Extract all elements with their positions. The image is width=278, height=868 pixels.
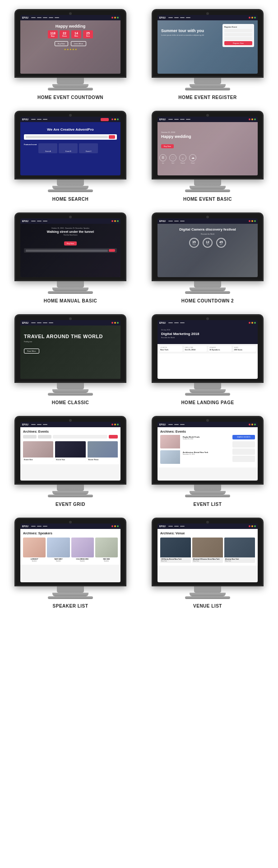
s9-filter-btn-1[interactable]: [23, 435, 37, 439]
demo-label-6: HOME COUNTDOWN 2: [181, 298, 234, 303]
s10-title: Archives: Events: [160, 430, 255, 433]
win-dot-red: [111, 322, 113, 324]
s1-btn1[interactable]: Buy Now: [55, 41, 68, 46]
monitor-6: EPUU: [152, 212, 264, 294]
s10-hero: Archives: Events Rugby World Finals Octo…: [158, 427, 258, 467]
monitor-body-8: EPUU: [152, 314, 264, 383]
s5-search-button[interactable]: [109, 249, 115, 252]
win-dot-red: [249, 322, 250, 324]
s10-sidebar: SEARCH EVENTS: [232, 435, 255, 466]
star-3: ★: [70, 48, 71, 51]
s1-stars: ★ ★ ★ ★ ★: [24, 48, 117, 51]
monitor-3: EPUU: [14, 111, 126, 192]
s3-featured-label: Featured event: [24, 143, 37, 153]
s4-icon-4: ☁ Cloud: [189, 154, 196, 164]
s9-card-title-3: Event Three: [88, 458, 117, 461]
nav-links-10: [168, 424, 185, 425]
s11-card-img-4: [95, 538, 118, 557]
s12-card-loc-3: New York: [225, 560, 254, 562]
demo-event-grid: EPUU: [7, 416, 134, 507]
logo-3: EPUU: [22, 118, 28, 121]
s4-icon-circle-4: ☁: [189, 154, 196, 161]
nav-link: [43, 221, 47, 222]
s9-card-2: Event Two: [55, 441, 85, 462]
screen-content-7: EPUU: [20, 320, 120, 379]
s5-description: Find the Next Event: [24, 234, 117, 236]
nav-links-3: [31, 119, 47, 120]
nav-bar-12: EPUU: [158, 524, 258, 529]
nav-link: [174, 119, 179, 120]
s1-btn2[interactable]: Learn More: [71, 41, 86, 46]
nav-bar-2: EPUU: [158, 15, 258, 20]
s9-filter-btn-2[interactable]: [38, 435, 51, 439]
s12-background: Archives: Venue 130 Darby Bristol New Yo…: [158, 529, 258, 582]
monitor-base-4: [194, 179, 221, 186]
s10-search-btn[interactable]: SEARCH EVENTS: [232, 435, 255, 439]
nav-link: [168, 424, 173, 425]
s7-background: TRAVEL AROUND THE WORLD Finding tour Rea…: [20, 326, 120, 379]
demo-label-12: VENUE LIST: [193, 604, 222, 609]
s3-feat-text-1: Event A: [39, 151, 56, 152]
nav-bar-10: EPUU: [158, 422, 258, 427]
s7-btn[interactable]: Read More: [24, 349, 39, 354]
nav-link: [168, 322, 173, 323]
demo-home-event-countdown: EPUU: [7, 9, 134, 100]
nav-link: [180, 424, 185, 425]
win-dot-red: [111, 17, 113, 19]
s3-feat-text-2: Event B: [60, 151, 77, 152]
s10-background: Archives: Events Rugby World Finals Octo…: [158, 427, 258, 481]
logo-6: EPUU: [159, 220, 166, 222]
s11-card-role-1: Speaker: [23, 560, 46, 562]
s3-search-input[interactable]: [26, 136, 108, 138]
s3-search-button[interactable]: [109, 135, 115, 139]
screen-content-11: EPUU: [20, 524, 120, 582]
monitor-base-12: [194, 586, 221, 593]
monitor-body-1: EPUU: [14, 9, 126, 78]
s12-card-body-1: 130 Darby Bristol New York New York: [160, 557, 191, 563]
win-dots-4: [249, 118, 256, 120]
nav-link: [31, 221, 36, 222]
monitor-foot-10: [185, 495, 230, 497]
s8-meta-seats: SEATS 200 Seats: [233, 346, 256, 352]
s10-sidebar-item-1: [232, 441, 255, 448]
s5-search-input[interactable]: [26, 250, 108, 252]
screen-4: EPUU: [158, 117, 258, 175]
nav-link: [31, 526, 36, 527]
win-dot-yellow: [251, 322, 253, 324]
s5-title: Walking street under the tunnel: [24, 230, 117, 233]
win-dot-yellow: [251, 525, 253, 527]
nav-link: [31, 119, 36, 120]
monitor-9: EPUU: [14, 416, 126, 497]
nav-btn-3[interactable]: [101, 118, 109, 121]
s4-icon-2: ⬚ Grid: [169, 154, 176, 164]
s4-btn[interactable]: Buy Now: [161, 144, 174, 148]
win-dot-red: [249, 424, 250, 425]
win-dot-yellow: [251, 424, 253, 425]
s6-hero: Digital Camera discovery festival Recrea…: [158, 224, 258, 253]
s8-meta-date: DATE & TIME Oct 25, 2018: [184, 346, 207, 352]
s4-background: October 25, 2018 Happy wedding Buy Now ☰…: [158, 122, 258, 175]
s6-sub: Recreate the World: [161, 233, 254, 235]
monitor-base-8: [194, 383, 221, 389]
countdown-days: 118 Days: [48, 30, 58, 38]
s2-register-box: Register Event Register Now: [222, 24, 254, 47]
nav-bar-6: EPUU: [158, 218, 258, 224]
s3-feat-item-3: Event C: [79, 143, 98, 153]
win-dot-red: [111, 118, 113, 120]
monitor-10: EPUU: [152, 416, 264, 497]
s4-icon-label-3: Search: [179, 162, 186, 164]
monitor-body-9: EPUU: [14, 416, 126, 485]
s2-reg-btn[interactable]: Register Now: [224, 41, 252, 45]
s11-card-3: COLORING ERIC Speaker: [71, 538, 94, 562]
s5-btn[interactable]: Buy Now: [64, 241, 77, 245]
monitor-stand-4: [190, 186, 226, 189]
s5-hero: October 25, 2018 - November 25, November…: [20, 224, 120, 256]
s9-card-img-2: [55, 441, 85, 458]
nav-link: [174, 424, 179, 425]
win-dot-red: [249, 525, 250, 527]
s9-card-body-1: Event One: [23, 458, 53, 462]
win-dots-10: [249, 424, 256, 425]
monitor-body-11: EPUU: [14, 518, 126, 586]
s9-filter-search-btn[interactable]: [109, 435, 118, 439]
s9-filter-search[interactable]: [53, 435, 107, 439]
